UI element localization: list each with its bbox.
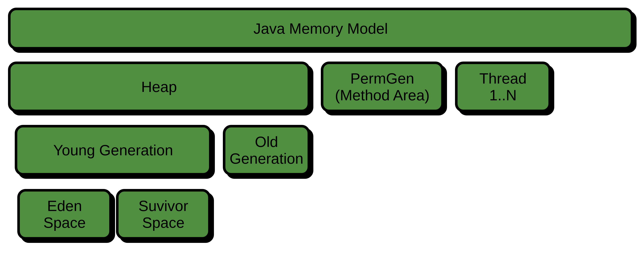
box-young: Young Generation (15, 125, 212, 176)
box-permgen-label: PermGen(Method Area) (335, 70, 430, 104)
box-eden: EdenSpace (17, 189, 112, 240)
box-heap: Heap (8, 62, 310, 112)
box-thread-label: Thread1..N (480, 70, 527, 104)
box-root-label: Java Memory Model (254, 20, 388, 37)
box-young-label: Young Generation (53, 142, 173, 158)
box-heap-label: Heap (141, 78, 177, 95)
box-thread: Thread1..N (455, 62, 551, 112)
box-root: Java Memory Model (8, 8, 633, 50)
box-old-label: OldGeneration (230, 134, 304, 167)
diagram-canvas: Java Memory Model Heap PermGen(Method Ar… (0, 0, 644, 270)
box-survivor: SuvivorSpace (116, 189, 211, 240)
box-survivor-label: SuvivorSpace (138, 198, 188, 231)
box-permgen: PermGen(Method Area) (321, 62, 444, 112)
box-eden-label: EdenSpace (43, 198, 86, 231)
box-old: OldGeneration (223, 125, 310, 176)
